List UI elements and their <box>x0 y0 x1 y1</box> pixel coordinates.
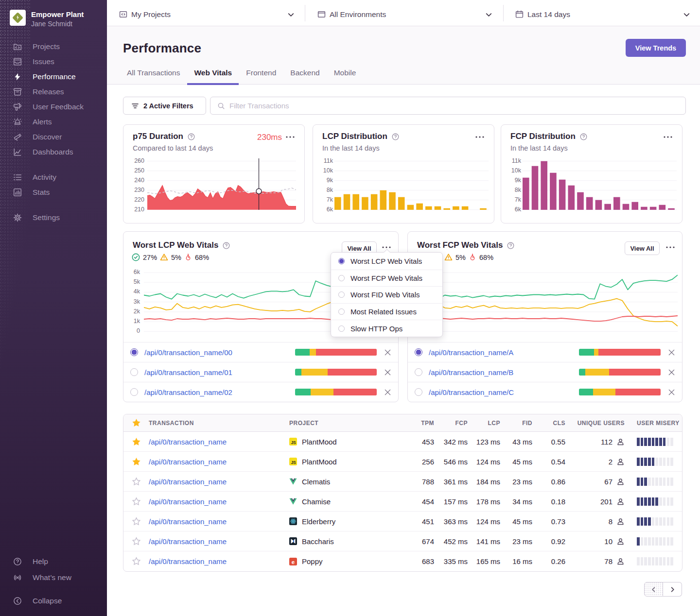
svg-text:JS: JS <box>291 460 296 465</box>
svg-text:JS: JS <box>291 440 296 445</box>
svg-text:e: e <box>292 559 295 565</box>
